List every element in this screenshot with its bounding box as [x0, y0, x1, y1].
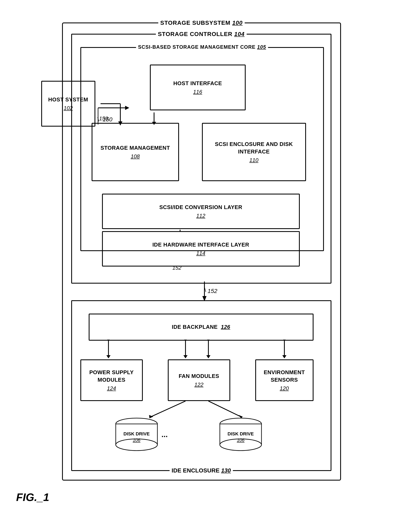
scsi-core-box: SCSI-BASED STORAGE MANAGEMENT CORE 105 H…	[80, 47, 324, 251]
env-sensors-box: ENVIRONMENT SENSORS 120	[255, 359, 313, 401]
svg-marker-13	[106, 340, 110, 341]
svg-text:150: 150	[99, 115, 108, 122]
svg-marker-21	[282, 355, 286, 358]
svg-text:\: \	[204, 287, 206, 293]
ide-hardware-number: 114	[196, 250, 205, 257]
power-supply-number: 124	[107, 385, 116, 392]
storage-management-number: 108	[131, 153, 140, 160]
ide-backplane-box: IDE BACKPLANE 126	[89, 313, 313, 341]
disk-drive-left: DISK DRIVE 106	[114, 418, 159, 451]
scsi-enclosure-label: SCSI ENCLOSURE AND DISK INTERFACE	[203, 140, 305, 156]
svg-line-25	[208, 401, 241, 417]
disk-drive-left-svg: DISK DRIVE 106	[114, 418, 159, 451]
svg-marker-12	[106, 355, 110, 358]
storage-subsystem-label: STORAGE SUBSYSTEM 100	[158, 20, 245, 26]
storage-controller-box: STORAGE CONTROLLER 104 SCSI-BASED STORAG…	[71, 34, 331, 284]
svg-marker-22	[282, 340, 286, 341]
svg-text:152: 152	[172, 265, 181, 271]
env-sensors-number: 120	[280, 385, 289, 392]
disk-drive-right: DISK DRIVE 106	[218, 418, 264, 451]
storage-controller-label: STORAGE CONTROLLER 104	[156, 31, 247, 38]
power-supply-box: POWER SUPPLY MODULES 124	[80, 359, 143, 401]
scsi-ide-conversion-number: 112	[196, 213, 205, 219]
host-interface-label: HOST INTERFACE	[173, 79, 222, 87]
svg-line-23	[151, 401, 186, 417]
host-interface-box: HOST INTERFACE 116	[150, 64, 246, 110]
ide-backplane-label: IDE BACKPLANE 126	[172, 323, 230, 331]
disk-drive-ellipsis: ...	[162, 430, 168, 439]
fan-to-disk-arrows	[72, 400, 332, 419]
arrow-152-label-svg: 152	[170, 265, 212, 271]
ide-enclosure-box: IDE ENCLOSURE 130 IDE BACKPLANE 126	[71, 300, 331, 471]
svg-marker-15	[183, 355, 188, 358]
svg-marker-19	[206, 340, 211, 341]
svg-text:106: 106	[133, 438, 140, 443]
fan-modules-label: FAN MODULES	[179, 372, 219, 380]
scsi-enclosure-box: SCSI ENCLOSURE AND DISK INTERFACE 110	[202, 123, 306, 181]
svg-marker-16	[183, 340, 188, 341]
svg-marker-18	[206, 355, 211, 358]
fan-modules-box: FAN MODULES 122	[168, 359, 230, 401]
storage-management-label: STORAGE MANAGEMENT	[101, 144, 170, 152]
ide-hardware-label: IDE HARDWARE INTERFACE LAYER	[152, 241, 249, 248]
svg-text:106: 106	[237, 438, 244, 443]
svg-text:DISK DRIVE: DISK DRIVE	[227, 431, 254, 436]
svg-marker-38	[125, 106, 129, 110]
power-supply-label: POWER SUPPLY MODULES	[81, 368, 142, 384]
env-sensors-label: ENVIRONMENT SENSORS	[256, 368, 313, 384]
diagram-area: FIG._1 HOST SYSTEM 102 150 \ STORAGE SUB…	[37, 16, 370, 516]
ide-enclosure-label: IDE ENCLOSURE 130	[169, 467, 233, 474]
backplane-arrows-svg	[72, 340, 332, 360]
host-interface-number: 116	[193, 89, 202, 95]
scsi-enclosure-number: 110	[249, 157, 258, 164]
svg-text:152: 152	[208, 288, 217, 294]
ide-hardware-box: IDE HARDWARE INTERFACE LAYER 114	[102, 231, 300, 266]
scsi-core-label: SCSI-BASED STORAGE MANAGEMENT CORE 105	[136, 44, 268, 50]
page: FIG._1 HOST SYSTEM 102 150 \ STORAGE SUB…	[0, 0, 407, 532]
disk-drive-right-svg: DISK DRIVE 106	[218, 418, 264, 451]
fan-modules-number: 122	[195, 382, 204, 388]
svg-text:DISK DRIVE: DISK DRIVE	[124, 431, 150, 436]
host-arrow-connector: 150	[96, 89, 138, 131]
figure-label: FIG._1	[16, 491, 49, 503]
storage-management-box: STORAGE MANAGEMENT 108	[92, 123, 179, 181]
scsi-ide-conversion-label: SCSI/IDE CONVERSION LAYER	[159, 203, 242, 211]
scsi-ide-conversion-box: SCSI/IDE CONVERSION LAYER 112	[102, 194, 300, 229]
